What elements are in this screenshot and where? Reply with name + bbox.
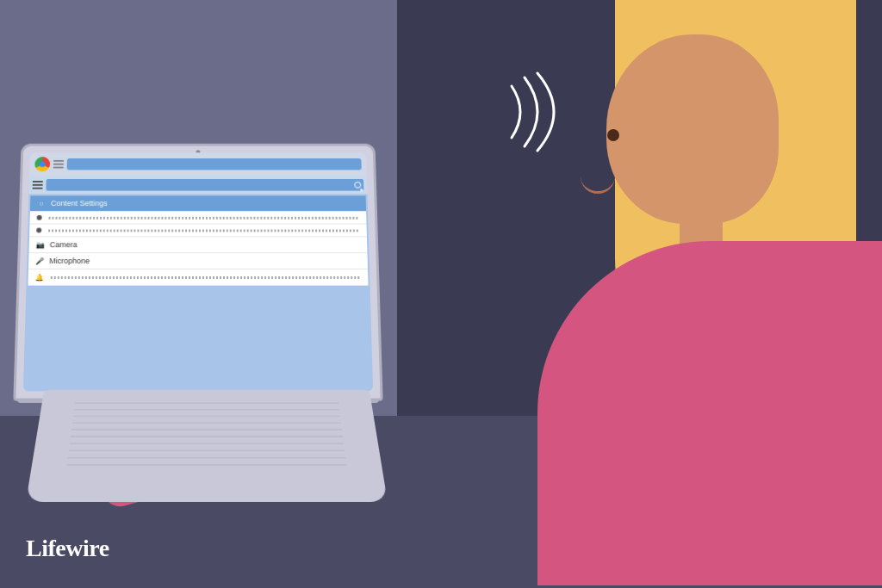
- menu-item-2[interactable]: [30, 212, 367, 225]
- squiggle-line-1: [47, 216, 360, 219]
- person-head: [606, 34, 779, 224]
- camera-icon: 📷: [36, 240, 45, 249]
- dot-icon-2: [36, 228, 41, 233]
- bell-icon: 🔔: [35, 273, 44, 282]
- menu-item-6[interactable]: 🔔: [28, 269, 368, 286]
- menu-item-camera[interactable]: 📷 Camera: [29, 237, 368, 253]
- search-icon: [354, 182, 361, 189]
- lifewire-brand-text: Lifewire: [26, 535, 109, 561]
- camera-label: Camera: [50, 240, 78, 249]
- hamburger-line: [33, 181, 43, 183]
- menu-item-microphone[interactable]: 🎤 Microphone: [28, 253, 368, 269]
- person-body: [537, 241, 882, 585]
- browser-toolbar: [29, 152, 367, 176]
- laptop-base: [26, 390, 388, 502]
- settings-search-bar[interactable]: [46, 179, 363, 191]
- dot-icon-1: [37, 215, 42, 220]
- nav-line-2: [53, 164, 64, 165]
- nav-line-1: [53, 160, 64, 162]
- chrome-logo-icon: [34, 157, 50, 171]
- menu-item-3[interactable]: [29, 225, 367, 238]
- person-illustration: [382, 0, 882, 588]
- hamburger-line: [33, 184, 43, 186]
- laptop-screen-inner: ○ Content Settings 📷 Camera 🎤 Micr: [23, 152, 373, 391]
- url-bar[interactable]: [67, 158, 362, 170]
- content-settings-icon: ○: [37, 199, 46, 207]
- search-bar-row: [29, 176, 368, 194]
- squiggle-line-2: [47, 229, 360, 232]
- laptop-screen-frame: ○ Content Settings 📷 Camera 🎤 Micr: [13, 144, 382, 401]
- menu-item-content-settings[interactable]: ○ Content Settings: [30, 195, 366, 212]
- lifewire-brand-logo: Lifewire: [26, 535, 109, 562]
- nav-lines: [53, 160, 64, 169]
- microphone-label: Microphone: [49, 257, 90, 265]
- hamburger-menu-icon[interactable]: [33, 181, 43, 189]
- sound-waves: [494, 69, 563, 155]
- settings-menu-list: ○ Content Settings 📷 Camera 🎤 Micr: [28, 195, 368, 286]
- content-settings-label: Content Settings: [51, 199, 108, 207]
- squiggle-line-3: [49, 275, 362, 278]
- person-eye: [607, 129, 619, 141]
- microphone-icon: 🎤: [35, 257, 44, 265]
- person-smile: [581, 176, 615, 194]
- hamburger-line: [33, 188, 43, 189]
- nav-line-3: [53, 167, 64, 169]
